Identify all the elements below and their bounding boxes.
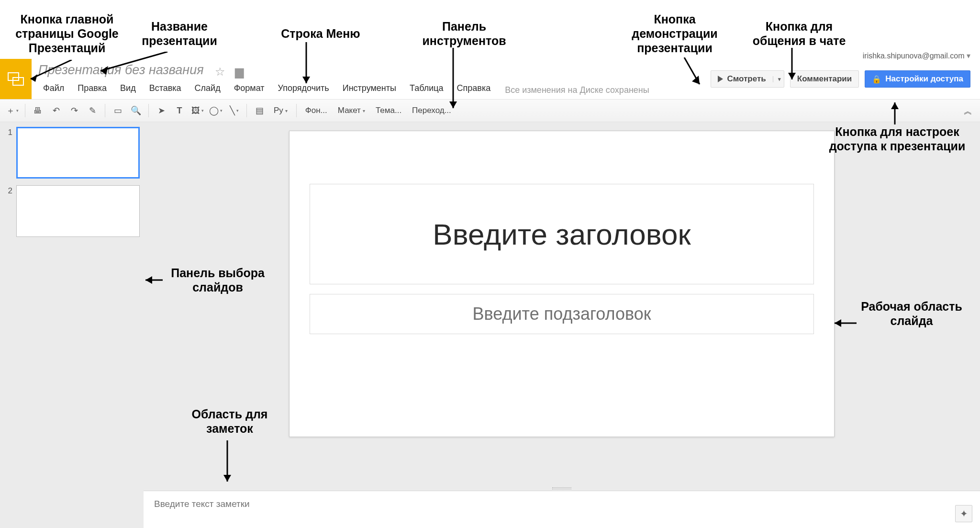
- titlebar: Презентация без названия ☆ ▆ Файл Правка…: [0, 59, 980, 99]
- slide-thumb-1[interactable]: 1: [4, 127, 140, 179]
- menu-format[interactable]: Формат: [227, 81, 271, 95]
- slides-logo-icon: [7, 72, 24, 86]
- callout-menubar: Строка Меню: [268, 26, 373, 41]
- lock-icon: 🔒: [872, 75, 881, 84]
- layout-button[interactable]: Макет: [333, 102, 370, 119]
- lang-tool[interactable]: Ру: [269, 102, 292, 119]
- menubar: Файл Правка Вид Вставка Слайд Формат Упо…: [36, 81, 497, 95]
- canvas-area: Введите заголовок Введите подзаголовок В…: [144, 122, 980, 528]
- comment-tool[interactable]: ▤: [251, 102, 268, 119]
- share-label: Настройки доступа: [885, 74, 963, 84]
- collapse-toolbar-icon[interactable]: ︽: [964, 105, 972, 117]
- save-status: Все изменения на Диске сохранены: [505, 85, 649, 99]
- menu-table[interactable]: Таблица: [403, 81, 450, 95]
- menu-file[interactable]: Файл: [36, 81, 71, 95]
- canvas-scroll[interactable]: Введите заголовок Введите подзаголовок: [144, 122, 980, 486]
- toolbar: ＋ 🖶 ↶ ↷ ✎ ▭ 🔍 ➤ T 🖼 ◯ ╲ ▤ Ру Фон... Маке…: [0, 99, 980, 122]
- redo-button[interactable]: ↷: [66, 102, 83, 119]
- comments-button[interactable]: Комментарии: [790, 70, 859, 88]
- callout-home-btn: Кнопка главной страницы Google Презентац…: [5, 12, 129, 55]
- comments-label: Комментарии: [797, 74, 852, 84]
- paint-format-button[interactable]: ✎: [84, 102, 101, 119]
- zoom-fit-button[interactable]: ▭: [109, 102, 126, 119]
- new-slide-button[interactable]: ＋: [4, 102, 21, 119]
- folder-icon[interactable]: ▆: [235, 65, 244, 79]
- theme-button[interactable]: Тема...: [371, 102, 406, 119]
- zoom-button[interactable]: 🔍: [127, 102, 145, 119]
- textbox-tool[interactable]: T: [171, 102, 188, 119]
- menu-view[interactable]: Вид: [113, 81, 143, 95]
- transition-button[interactable]: Переход...: [407, 102, 456, 119]
- shape-tool[interactable]: ◯: [207, 102, 224, 119]
- thumb-preview: [16, 185, 140, 237]
- google-slides-app: Презентация без названия ☆ ▆ Файл Правка…: [0, 59, 980, 528]
- slide-thumb-2[interactable]: 2: [4, 185, 140, 237]
- background-button[interactable]: Фон...: [301, 102, 332, 119]
- doc-title-input[interactable]: Презентация без названия: [36, 62, 206, 78]
- menu-arrange[interactable]: Упорядочить: [271, 81, 336, 95]
- speaker-notes[interactable]: Введите текст заметки ✦: [144, 491, 980, 528]
- print-button[interactable]: 🖶: [29, 102, 46, 119]
- account-email[interactable]: irishka.shipunova@gmail.com: [863, 51, 970, 60]
- present-dropdown-icon[interactable]: ▾: [773, 76, 781, 82]
- menu-help[interactable]: Справка: [450, 81, 498, 95]
- undo-button[interactable]: ↶: [47, 102, 65, 119]
- filmstrip[interactable]: 1 2: [0, 122, 144, 528]
- share-button[interactable]: 🔒 Настройки доступа: [865, 70, 970, 88]
- slide-canvas[interactable]: Введите заголовок Введите подзаголовок: [289, 131, 835, 437]
- present-button[interactable]: Смотреть ▾: [711, 70, 784, 88]
- menu-tools[interactable]: Инструменты: [336, 81, 403, 95]
- play-icon: [718, 76, 723, 82]
- image-tool[interactable]: 🖼: [189, 102, 206, 119]
- star-icon[interactable]: ☆: [215, 65, 225, 79]
- explore-button[interactable]: ✦: [955, 505, 972, 522]
- callout-doc-title: Название презентации: [129, 19, 230, 48]
- subtitle-placeholder[interactable]: Введите подзаголовок: [310, 294, 814, 334]
- menu-insert[interactable]: Вставка: [143, 81, 188, 95]
- title-placeholder[interactable]: Введите заголовок: [310, 184, 814, 284]
- thumb-preview: [16, 127, 140, 179]
- callout-comments: Кнопка для общения в чате: [744, 19, 854, 48]
- notes-resize-grip[interactable]: [144, 486, 980, 491]
- line-tool[interactable]: ╲: [225, 102, 243, 119]
- menu-edit[interactable]: Правка: [71, 81, 113, 95]
- thumb-number: 1: [4, 127, 12, 179]
- select-tool[interactable]: ➤: [153, 102, 170, 119]
- home-button[interactable]: [0, 59, 32, 99]
- callout-toolbar: Панель инструментов: [404, 19, 524, 48]
- workspace: 1 2 Введите заголовок Введите подзаголов…: [0, 122, 980, 528]
- present-label: Смотреть: [727, 74, 766, 84]
- thumb-number: 2: [4, 185, 12, 237]
- notes-placeholder: Введите текст заметки: [154, 499, 250, 509]
- callout-present: Кнопка демонстрации презентации: [617, 12, 732, 55]
- menu-slide[interactable]: Слайд: [188, 81, 227, 95]
